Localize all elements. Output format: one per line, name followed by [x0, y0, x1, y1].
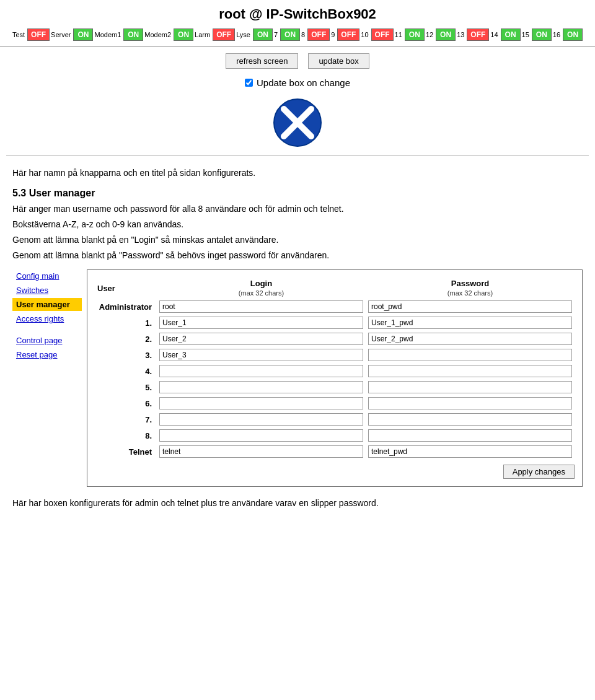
- sidebar-spacer: [12, 326, 82, 334]
- user-password-input[interactable]: [368, 349, 572, 361]
- update-on-change-checkbox[interactable]: [245, 79, 253, 87]
- user-table: User Login (max 32 chars) Password (max …: [95, 278, 575, 460]
- header-area: root @ IP-SwitchBox902 TestOFFServerONMo…: [0, 0, 595, 47]
- user-row-label: 7.: [95, 411, 157, 427]
- switch-group-11: 11ON: [395, 28, 425, 41]
- user-password-input[interactable]: [368, 429, 572, 442]
- user-row-label: 3.: [95, 347, 157, 363]
- table-row: 4.: [95, 363, 575, 379]
- switch-group-modem2: Modem2ON: [144, 28, 193, 41]
- switch-group-9: 9OFF: [331, 28, 359, 41]
- user-password-cell: [366, 411, 575, 427]
- user-login-cell: [157, 363, 366, 379]
- switch-btn-lyse[interactable]: ON: [253, 28, 273, 41]
- switch-label-lyse: Lyse: [236, 31, 250, 38]
- sidebar-item-control-page[interactable]: Control page: [12, 334, 82, 347]
- apply-changes-button[interactable]: Apply changes: [503, 465, 575, 479]
- desc-para-1: Här anger man username och password för …: [0, 203, 595, 218]
- user-login-input[interactable]: [159, 429, 363, 442]
- sidebar-item-reset-page[interactable]: Reset page: [12, 348, 82, 361]
- user-row-label: Telnet: [95, 444, 157, 460]
- sidebar-item-config-main[interactable]: Config main: [12, 269, 82, 282]
- logo-icon: [273, 98, 322, 147]
- table-row: 5.: [95, 379, 575, 395]
- col-user-header: User: [95, 278, 157, 299]
- user-row-label: 1.: [95, 315, 157, 331]
- user-login-cell: [157, 379, 366, 395]
- user-password-input[interactable]: [368, 413, 572, 426]
- user-password-input[interactable]: [368, 445, 572, 458]
- switch-btn-12[interactable]: ON: [436, 28, 456, 41]
- desc-para-3: Genom att lämna blankt på en "Login" så …: [0, 234, 595, 249]
- user-login-input[interactable]: [159, 333, 363, 345]
- switch-btn-14[interactable]: ON: [501, 28, 521, 41]
- user-login-input[interactable]: [159, 349, 363, 361]
- switch-btn-test[interactable]: OFF: [27, 28, 50, 41]
- switch-label-larm: Larm: [195, 31, 210, 38]
- user-password-input[interactable]: [368, 365, 572, 377]
- desc-para-4: Genom att lämna blankt på "Password" så …: [0, 249, 595, 265]
- switch-label-10: 10: [361, 31, 368, 38]
- user-password-input[interactable]: [368, 397, 572, 409]
- update-box-button[interactable]: update box: [308, 53, 369, 69]
- switch-btn-modem1[interactable]: ON: [123, 28, 143, 41]
- user-password-input[interactable]: [368, 300, 572, 313]
- sidebar-item-access-rights[interactable]: Access rights: [12, 312, 82, 325]
- page-title: root @ IP-SwitchBox902: [0, 6, 595, 22]
- user-password-input[interactable]: [368, 317, 572, 329]
- switch-btn-10[interactable]: OFF: [371, 28, 394, 41]
- info-text: Här har namn på knapparna och en titel p…: [0, 163, 595, 183]
- separator: [6, 155, 589, 155]
- switch-btn-13[interactable]: OFF: [467, 28, 489, 41]
- switch-btn-7[interactable]: ON: [280, 28, 300, 41]
- logo-area: [0, 93, 595, 155]
- switch-group-8: 8OFF: [301, 28, 330, 41]
- switch-label-14: 14: [490, 31, 498, 38]
- sidebar-item-user-manager[interactable]: User manager: [12, 298, 82, 311]
- user-login-input[interactable]: [159, 317, 363, 329]
- user-login-cell: [157, 347, 366, 363]
- user-login-cell: [157, 411, 366, 427]
- switch-group-modem1: Modem1ON: [94, 28, 143, 41]
- switch-label-8: 8: [301, 31, 305, 38]
- switch-group-15: 15ON: [522, 28, 552, 41]
- buttons-row: refresh screen update box: [0, 47, 595, 75]
- switch-btn-8[interactable]: OFF: [307, 28, 330, 41]
- user-password-input[interactable]: [368, 381, 572, 393]
- user-login-input[interactable]: [159, 365, 363, 377]
- user-password-input[interactable]: [368, 333, 572, 345]
- user-login-cell: [157, 427, 366, 444]
- user-password-cell: [366, 427, 575, 444]
- switch-group-16: 16ON: [553, 28, 583, 41]
- user-login-input[interactable]: [159, 397, 363, 409]
- user-login-cell: [157, 331, 366, 347]
- switch-btn-11[interactable]: ON: [405, 28, 425, 41]
- bottom-note: Här har boxen konfigurerats för admin oc…: [0, 492, 595, 514]
- table-row: Telnet: [95, 444, 575, 460]
- user-login-input[interactable]: [159, 445, 363, 458]
- table-row: 3.: [95, 347, 575, 363]
- user-login-input[interactable]: [159, 381, 363, 393]
- switch-btn-modem2[interactable]: ON: [174, 28, 193, 41]
- sidebar-item-switches[interactable]: Switches: [12, 284, 82, 297]
- section-heading: 5.3 User manager: [0, 183, 595, 203]
- switch-btn-16[interactable]: ON: [563, 28, 583, 41]
- switch-btn-larm[interactable]: OFF: [213, 28, 235, 41]
- switch-btn-9[interactable]: OFF: [337, 28, 359, 41]
- update-checkbox-row: Update box on change: [0, 75, 595, 93]
- switch-group-12: 12ON: [426, 28, 456, 41]
- user-row-label: 4.: [95, 363, 157, 379]
- refresh-screen-button[interactable]: refresh screen: [226, 53, 298, 69]
- user-login-input[interactable]: [159, 300, 363, 313]
- user-login-cell: [157, 315, 366, 331]
- switch-label-modem1: Modem1: [94, 31, 121, 38]
- user-password-cell: [366, 395, 575, 411]
- table-row: 1.: [95, 315, 575, 331]
- switch-btn-15[interactable]: ON: [532, 28, 552, 41]
- user-login-input[interactable]: [159, 413, 363, 426]
- table-row: Administrator: [95, 299, 575, 315]
- apply-btn-row: Apply changes: [95, 460, 575, 479]
- switch-btn-server[interactable]: ON: [73, 28, 93, 41]
- user-table-container: User Login (max 32 chars) Password (max …: [87, 269, 583, 487]
- table-row: 6.: [95, 395, 575, 411]
